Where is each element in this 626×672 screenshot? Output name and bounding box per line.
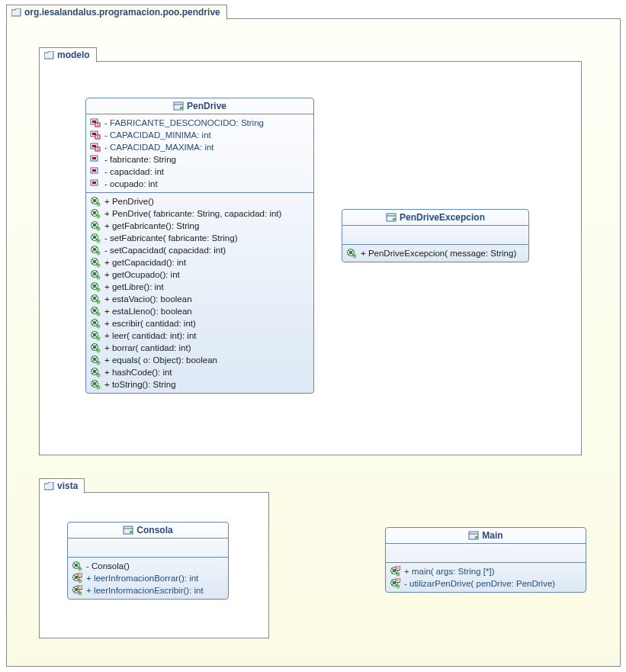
- method-icon: +: [90, 257, 101, 268]
- class-pendrive-methods: ++ PenDrive()++ PenDrive( fabricante: St…: [86, 193, 313, 393]
- class-exception[interactable]: + PenDriveExcepcion ++ PenDriveExcepcion…: [342, 209, 529, 262]
- svg-text:+: +: [98, 349, 100, 353]
- svg-point-209: [393, 581, 396, 585]
- class-consola[interactable]: + Consola +- Consola()+s+ leerInfromacio…: [67, 522, 229, 600]
- class-pendrive[interactable]: + PenDrive s- FABRICANTE_DESCONOCIDO: St…: [85, 98, 314, 394]
- svg-point-135: [93, 370, 97, 374]
- method-icon: +: [90, 220, 101, 231]
- svg-text:+: +: [98, 301, 100, 304]
- svg-text:+: +: [98, 386, 100, 390]
- svg-point-169: [78, 562, 79, 564]
- svg-text:+: +: [397, 585, 400, 589]
- method-row: ++ PenDriveExcepcion( message: String): [346, 247, 525, 259]
- method-row: ++ getLibre(): int: [90, 281, 310, 293]
- method-text: + borrar( cantidad: int): [104, 342, 191, 354]
- method-text: + escribir( cantidad: int): [104, 318, 196, 330]
- class-main-methods: +s+ main( args: String [*])+s- utilizarP…: [386, 563, 586, 592]
- method-icon: +: [90, 379, 101, 390]
- package-modelo-tab: modelo: [39, 47, 97, 63]
- field-row: - capacidad: int: [90, 166, 310, 178]
- svg-point-49: [96, 234, 98, 236]
- field-row: - fabricante: String: [90, 153, 310, 166]
- field-row: s- CAPACIDAD_MAXIMA: int: [90, 141, 310, 153]
- svg-point-32: [91, 210, 93, 211]
- method-text: + hashCode(): int: [104, 367, 172, 378]
- package-modelo-label: modelo: [57, 50, 90, 60]
- method-row: ++ estaLleno(): boolean: [90, 305, 310, 317]
- svg-point-25: [96, 198, 98, 199]
- method-row: ++ PenDrive(): [90, 195, 310, 207]
- method-icon: +: [346, 248, 357, 259]
- svg-text:+: +: [98, 203, 100, 207]
- svg-point-80: [91, 283, 93, 285]
- method-text: - setFabricante( fabricante: String): [104, 233, 238, 244]
- svg-point-89: [96, 295, 98, 297]
- field-row: - ocupado: int: [90, 178, 310, 190]
- class-main[interactable]: + Main +s+ main( args: String [*])+s- ut…: [385, 527, 586, 593]
- static-field-icon: s: [90, 118, 101, 127]
- class-exception-methods: ++ PenDriveExcepcion( message: String): [342, 245, 528, 262]
- class-pendrive-fields: s- FABRICANTE_DESCONOCIDO: Strings- CAPA…: [86, 114, 313, 193]
- field-text: - CAPACIDAD_MINIMA: int: [104, 130, 211, 141]
- field-icon: [90, 155, 101, 164]
- package-outer-tab: org.iesalandalus.programacion.poo.pendri…: [6, 5, 227, 20]
- svg-point-111: [93, 333, 97, 337]
- method-row: +- setFabricante( fabricante: String): [90, 232, 310, 244]
- method-text: + PenDrive(): [104, 196, 154, 207]
- method-row: ++ toString(): String: [90, 378, 310, 391]
- field-row: s- FABRICANTE_DESCONOCIDO: String: [90, 117, 310, 129]
- method-icon: +: [90, 367, 101, 378]
- svg-point-56: [91, 246, 93, 248]
- svg-point-137: [96, 368, 98, 370]
- svg-point-58: [91, 251, 93, 252]
- svg-point-210: [391, 580, 393, 581]
- class-main-header: + Main: [386, 528, 586, 544]
- field-icon: [90, 167, 101, 176]
- svg-point-202: [391, 572, 393, 574]
- svg-point-144: [91, 381, 93, 382]
- svg-point-47: [93, 236, 97, 240]
- svg-point-50: [91, 239, 93, 240]
- svg-point-31: [93, 211, 97, 215]
- svg-point-146: [91, 385, 93, 387]
- svg-point-157: [352, 249, 354, 251]
- static-field-icon: s: [90, 130, 101, 140]
- method-text: + getOcupado(): int: [104, 269, 180, 281]
- package-vista-label: vista: [57, 481, 78, 491]
- method-icon: +: [90, 330, 101, 341]
- method-text: - utilizarPenDrive( penDrive: PenDrive): [404, 578, 555, 590]
- class-icon: +: [386, 213, 396, 222]
- svg-point-81: [96, 283, 98, 285]
- svg-point-48: [91, 234, 93, 236]
- svg-point-167: [75, 564, 79, 568]
- svg-point-26: [91, 202, 93, 204]
- svg-text:+: +: [98, 362, 100, 365]
- folder-icon: [11, 8, 21, 17]
- svg-point-55: [93, 248, 97, 252]
- method-text: + getFabricante(): String: [104, 220, 199, 232]
- class-main-name: Main: [482, 530, 502, 541]
- svg-point-87: [93, 297, 97, 301]
- method-row: ++ equals( o: Object): boolean: [90, 354, 310, 366]
- method-text: + toString(): String: [104, 379, 176, 391]
- method-icon: +: [90, 208, 101, 219]
- svg-point-63: [93, 260, 97, 264]
- svg-point-120: [91, 344, 93, 346]
- class-consola-methods: +- Consola()+s+ leerInfromacionBorrar():…: [68, 558, 228, 599]
- method-row: ++ getCapacidad(): int: [90, 256, 310, 268]
- svg-text:+: +: [98, 240, 100, 243]
- svg-point-74: [91, 275, 93, 277]
- class-main-fields: [386, 544, 586, 563]
- package-outer-label: org.iesalandalus.programacion.poo.pendri…: [24, 7, 220, 18]
- class-consola-fields: [68, 539, 228, 558]
- static-method-icon: +s: [390, 578, 400, 589]
- method-icon: +: [90, 245, 101, 256]
- class-pendrive-name: PenDrive: [187, 101, 226, 111]
- method-icon: +: [90, 196, 101, 207]
- class-icon: +: [173, 101, 184, 111]
- svg-text:+: +: [98, 374, 100, 378]
- svg-point-136: [91, 368, 93, 370]
- method-row: ++ estaVacio(): boolean: [90, 293, 310, 305]
- method-row: +- Consola(): [72, 560, 224, 572]
- svg-point-143: [93, 382, 97, 386]
